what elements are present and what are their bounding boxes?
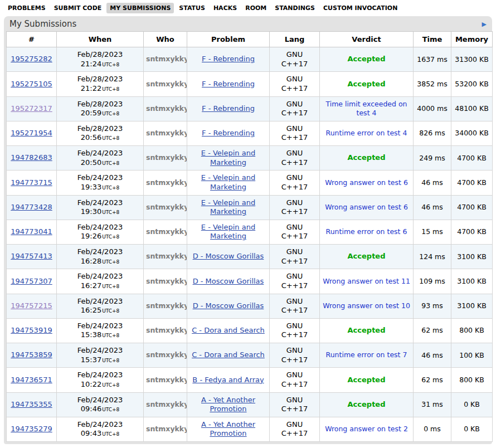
column-header-7: Memory	[451, 32, 493, 47]
cell-id: 195275282	[7, 47, 57, 72]
cell-when: Feb/24/202319:30UTC+8	[57, 195, 144, 220]
problem-link[interactable]: D - Moscow Gorillas	[193, 277, 264, 285]
handle-link[interactable]: sntmxykky	[146, 425, 187, 433]
problem-link[interactable]: E - Velepin and Marketing	[201, 149, 255, 167]
problem-link[interactable]: F - Rebrending	[202, 80, 255, 88]
expand-arrow-icon[interactable]: ▶	[482, 21, 487, 28]
handle-link[interactable]: sntmxykky	[146, 376, 187, 384]
problem-link[interactable]: A - Yet Another Promotion	[201, 420, 255, 438]
handle-link[interactable]: sntmxykky	[146, 326, 187, 334]
nav-item[interactable]: CUSTOM INVOCATION	[320, 3, 401, 13]
cell-verdict: Wrong answer on test 10	[320, 294, 414, 318]
problem-link[interactable]: C - Dora and Search	[192, 350, 265, 359]
nav-item[interactable]: HACKS	[210, 3, 240, 13]
cell-problem: D - Moscow Gorillas	[187, 294, 270, 318]
verdict-text: Wrong answer on test 6	[325, 178, 408, 187]
problem-link[interactable]: F - Rebrending	[202, 129, 255, 137]
cell-lang: GNUC++17	[270, 72, 320, 96]
submission-id-link[interactable]: 194773428	[11, 203, 52, 211]
cell-problem: D - Moscow Gorillas	[187, 245, 270, 269]
problem-link[interactable]: B - Fedya and Array	[192, 376, 264, 384]
cell-who: sntmxykky	[144, 195, 187, 220]
cell-when: Feb/24/202319:33UTC+8	[57, 171, 144, 195]
cell-id: 194753919	[7, 318, 57, 343]
nav-item[interactable]: STATUS	[176, 3, 208, 13]
handle-link[interactable]: sntmxykky	[146, 55, 187, 63]
cell-lang: GNUC++17	[270, 294, 320, 318]
problem-link[interactable]: D - Moscow Gorillas	[193, 252, 264, 260]
problem-link[interactable]: A - Yet Another Promotion	[201, 396, 255, 413]
submission-timezone: UTC+8	[102, 185, 119, 191]
problem-link[interactable]: F - Rebrending	[202, 55, 255, 63]
problem-link[interactable]: D - Moscow Gorillas	[193, 301, 264, 310]
handle-link[interactable]: sntmxykky	[146, 104, 187, 113]
submission-id-link[interactable]: 194782683	[11, 153, 52, 162]
submission-id-link[interactable]: 194735355	[11, 400, 52, 408]
cell-problem: B - Fedya and Array	[187, 368, 270, 392]
submission-id-link[interactable]: 195272317	[11, 104, 52, 113]
handle-link[interactable]: sntmxykky	[146, 153, 187, 162]
cell-who: sntmxykky	[144, 269, 187, 294]
handle-link[interactable]: sntmxykky	[146, 277, 187, 285]
handle-link[interactable]: sntmxykky	[146, 350, 187, 359]
problem-link[interactable]: E - Velepin and Marketing	[201, 198, 255, 216]
submission-id-link[interactable]: 195275282	[11, 55, 52, 63]
cell-verdict: Wrong answer on test 2	[320, 417, 414, 441]
cell-who: sntmxykky	[144, 171, 187, 195]
cell-verdict: Runtime error on test 7	[320, 343, 414, 368]
cell-memory: 31300 KB	[451, 47, 493, 72]
cell-who: sntmxykky	[144, 146, 187, 171]
problem-link[interactable]: E - Velepin and Marketing	[201, 223, 255, 241]
problem-link[interactable]: C - Dora and Search	[192, 326, 265, 334]
cell-who: sntmxykky	[144, 318, 187, 343]
submission-id-link[interactable]: 194757215	[11, 301, 52, 310]
handle-link[interactable]: sntmxykky	[146, 80, 187, 88]
verdict-text: Accepted	[348, 153, 386, 162]
handle-link[interactable]: sntmxykky	[146, 400, 187, 408]
submission-row: 195275282 Feb/28/202321:24UTC+8 sntmxykk…	[7, 47, 493, 72]
submission-time: 09:46	[81, 405, 101, 413]
submission-row: 194753859 Feb/24/202315:37UTC+8 sntmxykk…	[7, 343, 493, 368]
submission-id-link[interactable]: 194736571	[11, 376, 52, 384]
cell-id: 194773041	[7, 220, 57, 244]
column-header-6: Time	[414, 32, 451, 47]
verdict-text: Accepted	[348, 376, 386, 384]
submission-id-link[interactable]: 195275105	[11, 80, 52, 88]
cell-when: Feb/24/202310:22UTC+8	[57, 368, 144, 392]
cell-lang: GNUC++17	[270, 146, 320, 171]
handle-link[interactable]: sntmxykky	[146, 301, 187, 310]
cell-lang: GNUC++17	[270, 343, 320, 368]
handle-link[interactable]: sntmxykky	[146, 203, 187, 211]
submission-row: 194773041 Feb/24/202319:26UTC+8 sntmxykk…	[7, 220, 493, 244]
nav-item[interactable]: SUBMIT CODE	[51, 3, 105, 13]
nav-item[interactable]: STANDINGS	[271, 3, 318, 13]
nav-item[interactable]: MY SUBMISSIONS	[106, 3, 174, 13]
handle-link[interactable]: sntmxykky	[146, 178, 187, 187]
problem-link[interactable]: E - Velepin and Marketing	[201, 173, 255, 191]
submission-timezone: UTC+8	[102, 86, 119, 92]
submission-id-link[interactable]: 194773715	[11, 178, 52, 187]
cell-lang: GNUC++17	[270, 220, 320, 244]
handle-link[interactable]: sntmxykky	[146, 129, 187, 137]
problem-link[interactable]: F - Rebrending	[202, 104, 255, 113]
handle-link[interactable]: sntmxykky	[146, 252, 187, 260]
handle-link[interactable]: sntmxykky	[146, 227, 187, 236]
submission-id-link[interactable]: 194757307	[11, 277, 52, 285]
submission-id-link[interactable]: 194757413	[11, 252, 52, 260]
submission-timezone: UTC+8	[102, 431, 119, 437]
column-header-2: Who	[144, 32, 187, 47]
nav-item[interactable]: ROOM	[242, 3, 270, 13]
cell-when: Feb/28/202321:22UTC+8	[57, 72, 144, 96]
submission-id-link[interactable]: 194753859	[11, 350, 52, 359]
nav-item[interactable]: PROBLEMS	[4, 3, 49, 13]
submission-id-link[interactable]: 194735279	[11, 425, 52, 433]
submission-id-link[interactable]: 195271954	[11, 129, 52, 137]
submission-id-link[interactable]: 194773041	[11, 227, 52, 236]
submission-timezone: UTC+8	[102, 382, 119, 388]
submission-id-link[interactable]: 194753919	[11, 326, 52, 334]
submission-time: 15:38	[81, 330, 101, 339]
verdict-text: Wrong answer on test 10	[323, 301, 410, 310]
cell-time: 15 ms	[414, 220, 451, 244]
cell-verdict: Accepted	[320, 146, 414, 171]
cell-who: sntmxykky	[144, 368, 187, 392]
